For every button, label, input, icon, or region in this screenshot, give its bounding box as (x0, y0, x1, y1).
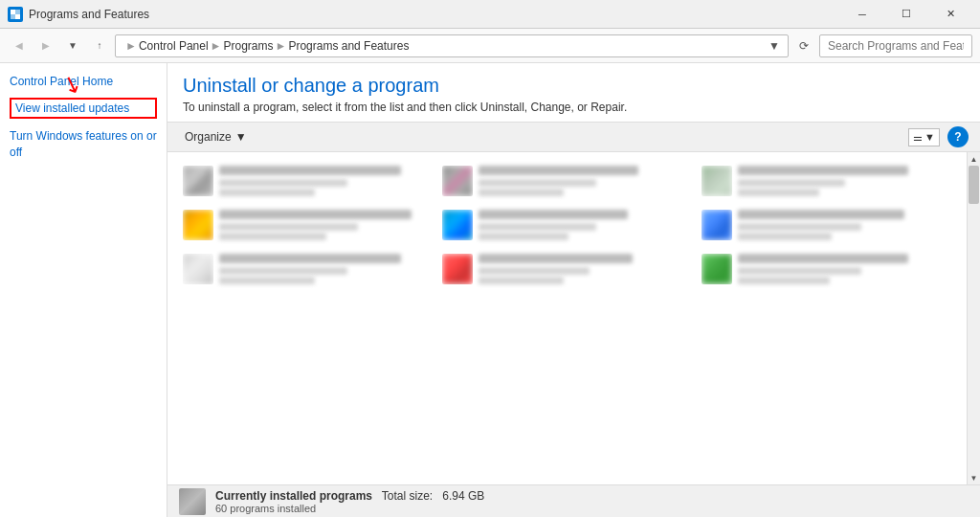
programs-list (167, 152, 967, 484)
address-bar: ◀ ▶ ▼ ↑ ► Control Panel ► Programs ► Pro… (0, 29, 980, 63)
right-panel: Uninstall or change a program To uninsta… (167, 63, 980, 517)
minimize-button[interactable]: ─ (840, 0, 884, 29)
left-panel: Control Panel Home ↘ View installed upda… (0, 63, 167, 517)
program-info (479, 166, 692, 196)
svg-rect-1 (15, 10, 20, 14)
program-detail (479, 267, 590, 275)
path-dropdown-arrow[interactable]: ▼ (768, 39, 780, 53)
program-detail (479, 223, 596, 231)
status-count: 60 programs installed (215, 503, 484, 514)
program-icon (183, 166, 213, 196)
status-bar: Currently installed programs Total size:… (167, 484, 980, 517)
program-detail-2 (738, 277, 830, 284)
program-info (219, 210, 433, 240)
program-icon (442, 166, 473, 196)
status-installed-text: Currently installed programs (215, 489, 372, 503)
program-detail-2 (738, 233, 832, 240)
list-item[interactable] (698, 248, 955, 290)
right-header: Uninstall or change a program To uninsta… (167, 63, 980, 122)
program-detail-2 (219, 189, 315, 196)
window-controls: ─ ☐ ✕ (840, 0, 972, 29)
program-icon (442, 210, 473, 240)
program-info (219, 254, 433, 284)
program-detail-2 (738, 189, 819, 196)
help-button[interactable]: ? (947, 126, 969, 147)
organize-dropdown-icon: ▼ (235, 130, 247, 144)
scroll-down-button[interactable]: ▼ (968, 471, 980, 484)
program-name (479, 166, 638, 175)
program-info (479, 210, 692, 240)
refresh-button[interactable]: ⟳ (792, 34, 815, 57)
program-info (479, 254, 692, 284)
program-name (219, 254, 401, 263)
program-detail (219, 223, 358, 231)
path-programs: Programs (224, 39, 274, 53)
scroll-up-button[interactable]: ▲ (968, 152, 980, 166)
program-detail-2 (219, 233, 326, 240)
list-item[interactable] (438, 160, 696, 202)
program-name (738, 166, 908, 175)
back-button[interactable]: ◀ (8, 34, 31, 57)
program-icon (183, 210, 213, 240)
scroll-track[interactable] (968, 166, 980, 471)
list-item[interactable] (179, 204, 436, 246)
status-total-size-value: 6.94 GB (442, 489, 484, 503)
list-item[interactable] (438, 248, 696, 290)
up-button[interactable]: ↑ (88, 34, 111, 57)
program-detail (219, 267, 347, 275)
dropdown-button[interactable]: ▼ (61, 34, 84, 57)
program-icon (702, 210, 732, 240)
organize-label: Organize (185, 130, 232, 144)
list-item[interactable] (698, 160, 955, 202)
path-separator-3: ► (276, 39, 287, 53)
page-subtitle: To uninstall a program, select it from t… (183, 101, 965, 114)
status-total-size-label: Total size: (382, 489, 433, 503)
programs-toolbar: Organize ▼ ⚌ ▼ ? (167, 122, 980, 152)
main-area: Control Panel Home ↘ View installed upda… (0, 63, 980, 517)
svg-rect-3 (15, 14, 20, 19)
control-panel-home-link[interactable]: Control Panel Home (10, 75, 157, 88)
forward-button[interactable]: ▶ (34, 34, 57, 57)
organize-button[interactable]: Organize ▼ (179, 126, 253, 147)
program-name (479, 210, 628, 219)
program-name (738, 254, 908, 263)
svg-rect-0 (11, 10, 15, 14)
program-detail-2 (479, 233, 568, 240)
program-info (219, 166, 433, 196)
app-icon (8, 7, 23, 22)
program-info (738, 254, 951, 284)
list-item[interactable] (179, 160, 436, 202)
list-item[interactable] (698, 204, 955, 246)
program-name (219, 210, 412, 219)
search-input[interactable] (819, 34, 972, 57)
program-grid (167, 156, 967, 294)
scroll-thumb[interactable] (969, 166, 979, 204)
list-item[interactable] (179, 248, 436, 290)
program-info (738, 210, 951, 240)
program-name (479, 254, 633, 263)
status-info: Currently installed programs Total size:… (215, 489, 484, 514)
page-title: Uninstall or change a program (183, 75, 965, 97)
program-detail (738, 179, 845, 187)
turn-windows-features-link[interactable]: Turn Windows features on or off (10, 128, 157, 161)
view-icon: ⚌ (913, 131, 923, 144)
path-separator: ► (125, 39, 137, 53)
view-installed-updates-link[interactable]: View installed updates (10, 98, 157, 119)
window-title: Programs and Features (29, 8, 840, 21)
program-name (219, 166, 401, 175)
status-programs-icon (179, 488, 206, 515)
vertical-scrollbar: ▲ ▼ (967, 152, 980, 484)
program-name (738, 210, 904, 219)
list-item[interactable] (438, 204, 696, 246)
program-info (738, 166, 951, 196)
program-icon (442, 254, 473, 284)
address-path[interactable]: ► Control Panel ► Programs ► Programs an… (115, 34, 789, 57)
status-installed-label: Currently installed programs Total size:… (215, 489, 484, 503)
close-button[interactable]: ✕ (928, 0, 972, 29)
restore-button[interactable]: ☐ (884, 0, 928, 29)
program-icon (702, 254, 732, 284)
view-button[interactable]: ⚌ ▼ (908, 128, 940, 146)
program-detail (738, 267, 861, 275)
program-detail (738, 223, 861, 231)
view-dropdown-icon: ▼ (924, 131, 935, 143)
